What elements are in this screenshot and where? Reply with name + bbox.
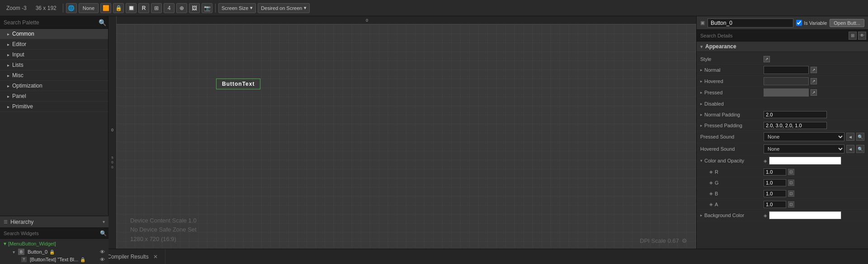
widget-name-input[interactable] <box>708 19 793 28</box>
palette-item-misc[interactable]: ▸ Misc <box>0 70 108 81</box>
top-ruler: 0 <box>117 16 696 24</box>
ruler-zero-2: 0 <box>111 160 113 164</box>
pressed-padding-arrow: ▸ <box>700 123 703 128</box>
button-widget[interactable]: ButtonText <box>216 79 260 89</box>
normal-value: ↗ <box>764 66 864 74</box>
r-icon-btn[interactable]: R <box>138 3 149 13</box>
hierarchy-item-root[interactable]: ▾ [MenuButton_Widget] <box>0 240 108 248</box>
bg-color-arrow: ▸ <box>700 213 703 218</box>
hovered-sound-search-btn[interactable]: 🔍 <box>856 145 864 153</box>
hovered-expand-icon[interactable]: ↗ <box>811 78 817 84</box>
pressed-sound-select[interactable]: None <box>764 132 844 141</box>
hierarchy-buttontext-eye-icon[interactable]: 👁 <box>100 257 105 262</box>
hovered-sound-select[interactable]: None <box>764 144 844 153</box>
palette-arrow-misc: ▸ <box>7 73 9 78</box>
pressed-expand-icon[interactable]: ↗ <box>811 89 817 96</box>
r-input[interactable] <box>764 168 786 176</box>
g-spinner[interactable]: ⊡ <box>788 180 794 186</box>
b-value: ⊡ <box>764 190 864 197</box>
left-panel: 🔍 ▸ Common ▸ Editor ▸ Input ▸ Lists ▸ Mi… <box>0 16 108 249</box>
appearance-section-content: Style ↗ ▸ Normal ↗ ▸ <box>697 52 868 223</box>
g-input[interactable] <box>764 179 786 186</box>
is-variable-checkbox[interactable] <box>796 20 802 26</box>
globe-icon-btn[interactable]: 🌐 <box>66 3 77 13</box>
b-spinner[interactable]: ⊡ <box>788 190 794 197</box>
pressed-padding-input[interactable] <box>764 122 827 129</box>
hierarchy-button0-lock-icon[interactable]: 🔒 <box>49 250 55 255</box>
palette-label-lists: Lists <box>12 62 24 68</box>
details-search-input[interactable] <box>698 33 847 38</box>
screen-size-dropdown[interactable]: Screen Size ▾ <box>218 3 256 13</box>
hovered-sound-label-text: Hovered Sound <box>700 146 735 152</box>
style-expand-icon[interactable]: ↗ <box>764 56 770 62</box>
hierarchy-buttontext-icon: T <box>21 257 27 262</box>
open-button[interactable]: Open Butt... <box>830 19 864 27</box>
r-value: ⊡ <box>764 168 864 176</box>
hierarchy-search-input[interactable] <box>2 231 100 236</box>
image-icon-btn[interactable]: 🖼 <box>189 3 200 13</box>
hierarchy-item-buttontext[interactable]: T [ButtonText] "Text Bl... 🔒 👁 <box>0 256 108 263</box>
hovered-color-swatch[interactable] <box>764 77 809 85</box>
normal-padding-input[interactable] <box>764 111 827 118</box>
r-spinner[interactable]: ⊡ <box>788 169 794 175</box>
pressed-padding-label: ▸ Pressed Padding <box>700 123 764 128</box>
resolution-label: 36 x 192 <box>32 5 60 11</box>
background-color-swatch[interactable] <box>769 211 841 219</box>
palette-item-optimization[interactable]: ▸ Optimization <box>0 81 108 91</box>
palette-item-panel[interactable]: ▸ Panel <box>0 91 108 102</box>
pressed-value: ↗ <box>764 88 864 97</box>
hierarchy-search-icon: 🔍 <box>100 230 107 236</box>
palette-arrow-panel: ▸ <box>7 94 9 99</box>
appearance-section-header[interactable]: ▾ Appearance <box>697 42 868 52</box>
palette-item-editor[interactable]: ▸ Editor <box>0 39 108 50</box>
hovered-label: ▸ Hovered <box>700 79 764 84</box>
grid-icon-btn[interactable]: 🔲 <box>126 3 137 13</box>
a-spinner[interactable]: ⊡ <box>788 201 794 208</box>
hierarchy-item-button0[interactable]: ▾ B Button_0 🔒 👁 <box>0 248 108 256</box>
g-label: ◈ G <box>700 180 764 185</box>
normal-padding-value <box>764 111 864 118</box>
b-input[interactable] <box>764 190 786 197</box>
hierarchy-search-bar: 🔍 <box>0 228 108 239</box>
hovered-value: ↗ <box>764 77 864 85</box>
palette-item-primitive[interactable]: ▸ Primitive <box>0 102 108 112</box>
lock-icon-btn[interactable]: 🔒 <box>113 3 124 13</box>
camera-icon-btn[interactable]: 📷 <box>202 3 212 13</box>
palette-label-misc: Misc <box>12 72 24 79</box>
four-icon-btn[interactable]: 4 <box>164 3 175 13</box>
hash-icon-btn[interactable]: ⊞ <box>151 3 162 13</box>
hierarchy-button0-eye-icon[interactable]: 👁 <box>100 249 105 255</box>
normal-color-swatch[interactable] <box>764 66 809 74</box>
details-eye-icon[interactable]: 👁 <box>858 32 866 40</box>
compiler-results-close-icon[interactable]: ✕ <box>153 254 158 260</box>
desired-on-screen-dropdown[interactable]: Desired on Screen ▾ <box>258 3 310 13</box>
details-icons: ⊞ 👁 <box>849 32 866 40</box>
palette-search-icon: 🔍 <box>99 19 106 26</box>
hovered-sound-row-inner: None ◄ 🔍 <box>764 144 864 153</box>
palette-item-input[interactable]: ▸ Input <box>0 50 108 60</box>
normal-padding-label-text: Normal Padding <box>704 112 740 117</box>
g-value: ⊡ <box>764 179 864 186</box>
pressed-sound-search-btn[interactable]: 🔍 <box>856 133 864 141</box>
details-grid-icon[interactable]: ⊞ <box>849 32 857 40</box>
move-icon-btn[interactable]: ⊕ <box>176 3 187 13</box>
screen-size-arrow: ▾ <box>250 5 253 11</box>
palette-search-input[interactable] <box>2 19 99 26</box>
palette-item-common[interactable]: ▸ Common <box>0 29 108 39</box>
hovered-sound-back-btn[interactable]: ◄ <box>846 145 854 153</box>
dpi-settings-icon[interactable]: ⚙ <box>682 237 687 244</box>
none-button[interactable]: None <box>79 3 99 13</box>
fill-icon-btn[interactable]: 🟧 <box>100 3 111 13</box>
is-variable-text: Is Variable <box>804 20 827 26</box>
a-input[interactable] <box>764 201 786 208</box>
hovered-sound-row: Hovered Sound None ◄ 🔍 <box>697 143 868 155</box>
pressed-sound-back-btn[interactable]: ◄ <box>846 133 854 141</box>
hierarchy-buttontext-lock-icon[interactable]: 🔒 <box>80 257 85 262</box>
color-opacity-swatch[interactable] <box>769 157 841 165</box>
canvas-grid[interactable]: ButtonText Device Content Scale 1.0 No D… <box>117 24 696 249</box>
color-opacity-row: ▾ Color and Opacity ◈ <box>697 155 868 167</box>
normal-expand-icon[interactable]: ↗ <box>811 67 817 73</box>
pressed-color-swatch[interactable] <box>764 88 809 97</box>
disabled-row: ▸ Disabled <box>697 98 868 109</box>
palette-item-lists[interactable]: ▸ Lists <box>0 60 108 70</box>
